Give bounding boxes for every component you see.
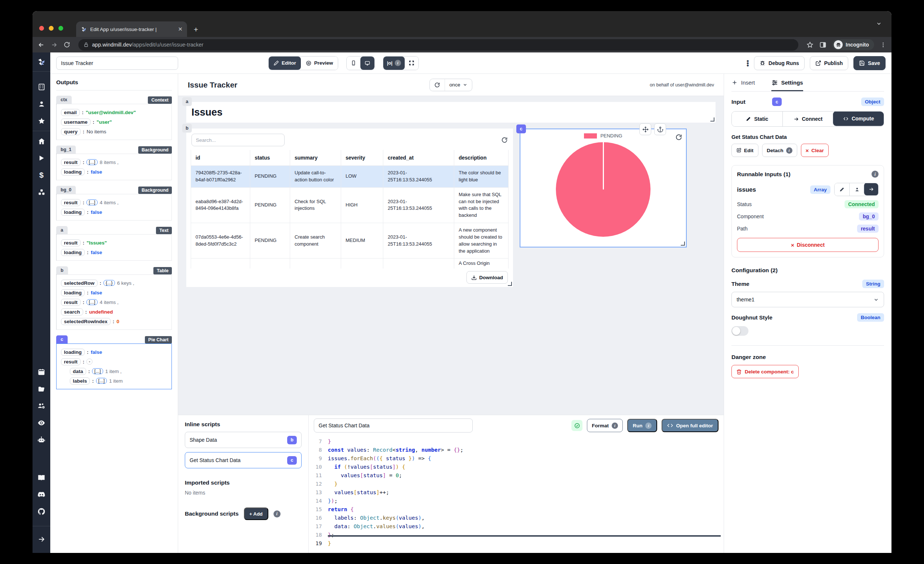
discord-icon[interactable] [33,486,50,503]
pie-chart-component-c[interactable]: c [520,129,687,247]
output-key[interactable]: result [61,299,81,306]
component-badge-c[interactable]: c [516,124,526,133]
output-key[interactable]: loading [61,249,85,256]
detach-script-button[interactable]: Detachi [762,144,797,157]
reload-icon[interactable] [64,41,70,48]
mobile-view-button[interactable] [346,57,360,70]
output-key[interactable]: result [61,199,81,206]
table-row[interactable]: 07da0553-4e6e-4d56-8ded-5fd0f7d5c3c2PEND… [191,223,508,259]
table-row[interactable]: eaba8d96-e387-4d2d-8494-096e4143b8faPEND… [191,187,508,223]
expand-chip[interactable]: {...} [104,280,115,286]
inline-script-item[interactable]: Get Status Chart Data c [185,452,302,468]
component-badge-b[interactable]: b [182,124,192,133]
docs-book-icon[interactable] [33,469,50,486]
fullscreen-button[interactable] [405,57,418,70]
save-button[interactable]: Save [854,56,885,70]
output-key[interactable]: result [61,358,81,365]
inline-script-item[interactable]: Shape Data b [185,432,302,448]
arg-connect-button[interactable] [864,183,879,195]
path-value-badge[interactable]: result [857,224,879,233]
github-icon[interactable] [33,503,50,520]
output-key[interactable]: loading [61,349,85,356]
clear-script-button[interactable]: ×Clear [801,144,829,157]
app-name-input[interactable] [56,57,178,70]
favorites-star-icon[interactable] [33,112,50,129]
groups-users-icon[interactable] [33,397,50,414]
debug-runs-button[interactable]: Debug Runs [754,56,804,70]
expand-chip[interactable]: [...] [92,368,103,374]
output-key[interactable]: selectedRow [61,280,98,287]
table-row[interactable]: A Cross Origin [191,259,508,269]
bookmark-star-icon[interactable] [807,41,813,48]
table-row[interactable]: 794208f5-2735-428a-b4af-b071ff0a2962PEND… [191,166,508,188]
move-handle-icon[interactable] [639,123,651,135]
component-value-badge[interactable]: bg_0 [859,212,879,220]
open-full-editor-button[interactable]: Open full editor [662,419,718,432]
anchor-icon[interactable] [654,123,666,135]
table-header-cell[interactable]: severity [341,150,383,166]
expand-chip[interactable]: [...] [87,299,97,305]
table-header-cell[interactable]: status [250,150,290,166]
output-key[interactable]: username [61,118,90,126]
output-key[interactable]: loading [61,289,85,296]
folders-icon[interactable] [33,380,50,397]
hide-panels-button[interactable]: |o| i [383,57,405,70]
table-header-cell[interactable]: description [454,150,508,166]
edit-script-button[interactable]: Edit [732,144,758,157]
audit-eye-icon[interactable] [33,414,50,431]
table-component-b[interactable]: b idstatussummaryseveritycreated_a [186,129,513,287]
new-tab-button[interactable]: + [194,25,198,34]
zoom-window-button[interactable] [58,26,63,31]
arg-static-button[interactable] [834,183,849,196]
refresh-mode-dropdown[interactable]: once [445,79,472,91]
format-button[interactable]: Formati [587,419,623,432]
publish-button[interactable]: Publish [810,56,849,70]
back-icon[interactable] [38,41,45,48]
output-component-tab[interactable]: bg_1 [56,145,76,154]
home-icon[interactable] [33,133,50,150]
add-background-script-button[interactable]: + Add [244,507,268,520]
browser-tab[interactable]: Edit App u/user/issue-tracker | ✕ [76,21,187,37]
side-panel-icon[interactable] [819,41,826,48]
editor-tab[interactable]: Editor [269,57,301,70]
output-key[interactable]: email [61,109,80,116]
run-button[interactable]: Runi [627,419,657,432]
output-component-tab[interactable]: b [56,266,68,274]
output-key[interactable]: search [61,308,83,316]
chart-refresh-icon[interactable] [675,134,682,141]
minimize-window-button[interactable] [49,26,54,31]
runs-play-icon[interactable] [33,150,50,167]
table-header-cell[interactable]: created_at [383,150,454,166]
code-viewport[interactable]: 78910111213141516171819 }const values: R… [309,436,724,553]
tab-close-icon[interactable]: ✕ [178,26,183,33]
tab-search-chevron-icon[interactable] [876,21,882,27]
legend-swatch[interactable] [584,133,597,139]
user-icon[interactable] [33,95,50,112]
address-bar[interactable]: app.windmill.dev/apps/edit/u/user/issue-… [78,39,798,51]
window-controls[interactable] [39,26,63,31]
mode-connect-button[interactable]: Connect [783,112,833,126]
tab-settings[interactable]: Settings [771,74,803,91]
expand-chip[interactable]: [...] [87,199,97,205]
table-refresh-icon[interactable] [501,137,508,143]
output-key[interactable]: loading [61,168,85,175]
expand-chip[interactable]: [...] [96,378,107,384]
close-window-button[interactable] [39,26,44,31]
component-badge-a[interactable]: a [182,97,192,106]
resources-boxes-icon[interactable] [33,184,50,200]
table-header-cell[interactable]: summary [290,150,341,166]
more-options-icon[interactable]: ••• [747,60,749,66]
legend-label[interactable]: PENDING [600,133,622,139]
output-component-tab[interactable]: a [56,226,68,234]
horizontal-scrollbar[interactable] [328,535,721,537]
forward-icon[interactable] [51,41,58,48]
expand-chip[interactable]: - [87,359,92,365]
expand-chip[interactable]: [...] [87,159,97,165]
text-component-a[interactable]: a Issues [186,102,716,123]
preview-tab[interactable]: Preview [301,57,338,70]
arg-user-button[interactable] [849,183,864,196]
desktop-view-button[interactable] [360,57,374,70]
schedules-calendar-icon[interactable] [33,364,50,380]
theme-select[interactable]: theme1 [732,292,884,307]
disconnect-button[interactable]: ×Disconnect [737,238,879,252]
